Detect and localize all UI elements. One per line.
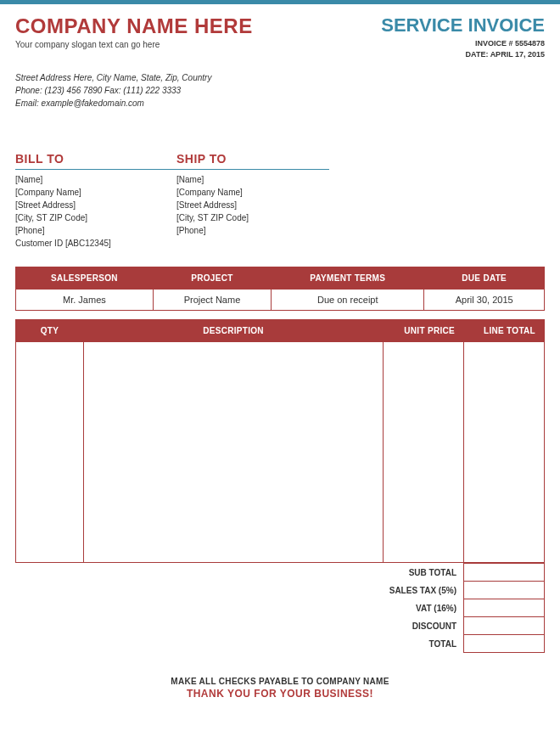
ship-city: [City, ST ZIP Code]	[176, 211, 338, 224]
line-total-header: LINE TOTAL	[464, 320, 545, 342]
sales-tax-value	[464, 582, 545, 599]
bill-customer-id: Customer ID [ABC12345]	[15, 237, 176, 250]
ship-street: [Street Address]	[176, 199, 338, 211]
invoice-page: COMPANY NAME HERE Your company slogan te…	[0, 0, 560, 711]
company-block: COMPANY NAME HERE Your company slogan te…	[15, 14, 253, 49]
ship-phone: [Phone]	[176, 224, 338, 237]
meta-table: SALESPERSON PROJECT PAYMENT TERMS DUE DA…	[15, 267, 545, 311]
email-label: Email:	[15, 98, 39, 108]
bill-to-column: BILL TO	[15, 152, 176, 166]
ship-company: [Company Name]	[176, 186, 338, 199]
invoice-date: APRIL 17, 2015	[490, 50, 545, 59]
items-body-row	[16, 342, 545, 563]
terms-value: Due on receipt	[272, 290, 424, 311]
salesperson-header: SALESPERSON	[16, 267, 154, 290]
ship-name: [Name]	[176, 173, 338, 186]
invoice-title: SERVICE INVOICE	[381, 14, 545, 37]
bill-street: [Street Address]	[15, 199, 176, 211]
description-header: DESCRIPTION	[84, 320, 384, 342]
items-table: QTY DESCRIPTION UNIT PRICE LINE TOTAL	[15, 319, 545, 563]
ship-to-details: [Name] [Company Name] [Street Address] […	[176, 173, 338, 250]
subtotal-label: SUB TOTAL	[15, 564, 464, 582]
description-cell	[84, 342, 384, 563]
bill-to-details: [Name] [Company Name] [Street Address] […	[15, 173, 176, 250]
bill-ship-rule	[15, 169, 329, 170]
fax-label: Fax:	[104, 86, 120, 95]
due-date-header: DUE DATE	[424, 267, 545, 290]
phone-label: Phone:	[15, 86, 42, 95]
totals-table: SUB TOTAL SALES TAX (5%) VAT (16%) DISCO…	[15, 563, 545, 653]
header-section: COMPANY NAME HERE Your company slogan te…	[0, 4, 560, 267]
invoice-date-label: DATE:	[466, 50, 489, 59]
vat-value	[464, 599, 545, 617]
sales-tax-label: SALES TAX (5%)	[15, 582, 464, 599]
ship-to-heading: SHIP TO	[176, 152, 338, 166]
bill-ship-section: BILL TO SHIP TO	[15, 152, 545, 166]
invoice-title-block: SERVICE INVOICE INVOICE # 5554878 DATE: …	[381, 14, 545, 59]
footer-thanks: THANK YOU FOR YOUR BUSINESS!	[0, 688, 560, 700]
invoice-number-label: INVOICE #	[475, 39, 513, 48]
project-header: PROJECT	[153, 267, 271, 290]
vat-label: VAT (16%)	[15, 599, 464, 617]
bill-city: [City, ST ZIP Code]	[15, 211, 176, 224]
company-address: Street Address Here, City Name, State, Z…	[15, 71, 545, 84]
invoice-number: 5554878	[515, 39, 545, 48]
unit-price-cell	[384, 342, 464, 563]
company-slogan: Your company slogan text can go here	[15, 40, 253, 49]
total-value	[464, 635, 545, 653]
ship-to-column: SHIP TO	[176, 152, 338, 166]
total-label: TOTAL	[15, 635, 464, 653]
discount-label: DISCOUNT	[15, 617, 464, 635]
project-value: Project Name	[153, 290, 271, 311]
terms-header: PAYMENT TERMS	[272, 267, 424, 290]
qty-header: QTY	[16, 320, 84, 342]
footer-payable: MAKE ALL CHECKS PAYABLE TO COMPANY NAME	[0, 677, 560, 686]
qty-cell	[16, 342, 84, 563]
salesperson-value: Mr. James	[16, 290, 154, 311]
invoice-number-line: INVOICE # 5554878	[381, 38, 545, 49]
email-value: example@fakedomain.com	[42, 98, 144, 108]
unit-price-header: UNIT PRICE	[384, 320, 464, 342]
due-date-value: April 30, 2015	[424, 290, 545, 311]
bill-phone: [Phone]	[15, 224, 176, 237]
invoice-date-line: DATE: APRIL 17, 2015	[381, 49, 545, 60]
footer: MAKE ALL CHECKS PAYABLE TO COMPANY NAME …	[0, 677, 560, 711]
line-total-cell	[464, 342, 545, 563]
company-name: COMPANY NAME HERE	[15, 14, 253, 38]
company-address-block: Street Address Here, City Name, State, Z…	[15, 71, 545, 110]
bill-name: [Name]	[15, 173, 176, 186]
fax-value: (111) 222 3333	[123, 86, 181, 95]
bill-company: [Company Name]	[15, 186, 176, 199]
bill-to-heading: BILL TO	[15, 152, 176, 166]
phone-value: (123) 456 7890	[44, 86, 102, 95]
discount-value	[464, 617, 545, 635]
subtotal-value	[464, 564, 545, 582]
